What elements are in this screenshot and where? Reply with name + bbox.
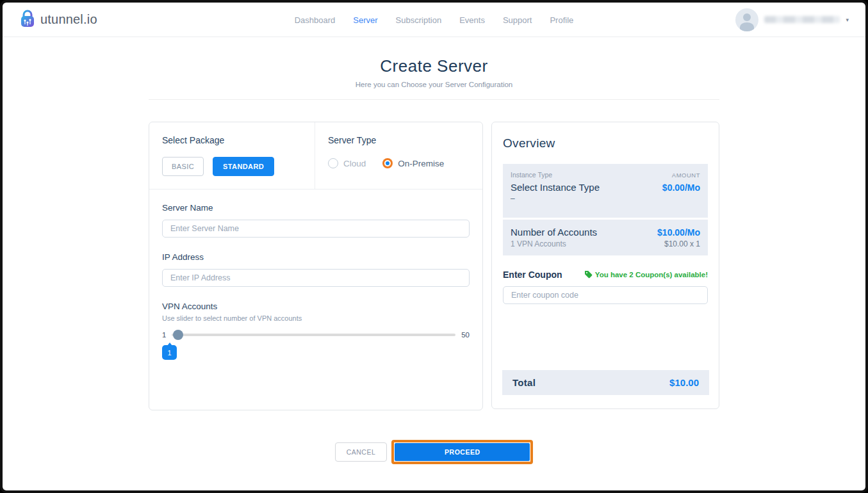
instance-type-label: Instance Type [511, 171, 552, 179]
server-form: Server Name IP Address VPN Accounts Use … [149, 190, 482, 373]
radio-unselected-icon [328, 158, 338, 168]
slider-max-label: 50 [461, 331, 470, 339]
instance-type-detail: – [511, 194, 700, 211]
nav-item-dashboard[interactable]: Dashboard [295, 15, 336, 25]
vpn-accounts-slider: 1 50 [162, 331, 470, 339]
nav-item-support[interactable]: Support [503, 15, 532, 25]
package-standard-button[interactable]: STANDARD [213, 157, 274, 176]
total-label: Total [512, 377, 536, 388]
nav-item-events[interactable]: Events [459, 15, 485, 25]
cloud-radio-label: Cloud [343, 159, 366, 168]
server-type-cloud-radio[interactable]: Cloud [328, 158, 366, 168]
coupon-tag-icon [584, 270, 593, 280]
select-package-section: Select Package BASIC STANDARD [149, 122, 315, 189]
header-divider [149, 99, 719, 100]
total-amount: $10.00 [669, 377, 699, 388]
proceed-highlight-annotation: PROCEED [391, 440, 533, 464]
user-menu[interactable]: ▾ [735, 8, 849, 31]
overview-title: Overview [503, 136, 708, 150]
nav-item-server[interactable]: Server [353, 15, 377, 25]
accounts-calc: $10.00 x 1 [664, 239, 700, 248]
lock-logo-icon [19, 10, 36, 30]
accounts-label: Number of Accounts [511, 227, 597, 238]
instance-type-block: Instance Type AMOUNT Select Instance Typ… [503, 164, 708, 218]
server-type-section: Server Type Cloud On-Premise [315, 122, 457, 189]
total-row: Total $10.00 [502, 370, 709, 395]
proceed-button[interactable]: PROCEED [395, 443, 530, 461]
nav-item-subscription[interactable]: Subscription [396, 15, 442, 25]
page-header: Create Server Here you can Choose your S… [3, 56, 865, 88]
package-basic-button[interactable]: BASIC [162, 157, 204, 176]
server-type-label: Server Type [328, 135, 444, 145]
amount-column-header: AMOUNT [672, 172, 700, 179]
select-package-label: Select Package [162, 135, 302, 145]
nav-item-profile[interactable]: Profile [550, 15, 573, 25]
ip-address-input[interactable] [162, 269, 470, 287]
accounts-detail: 1 VPN Accounts [511, 239, 566, 248]
accounts-amount: $10.00/Mo [657, 227, 700, 238]
enter-coupon-label: Enter Coupon [503, 270, 562, 280]
slider-track[interactable] [172, 334, 455, 336]
coupon-section-header: Enter Coupon You have 2 Coupon(s) availa… [503, 270, 708, 280]
user-name-redacted [764, 16, 840, 23]
overview-card: Overview Instance Type AMOUNT Select Ins… [491, 122, 719, 409]
footer-actions: CANCEL PROCEED [149, 440, 719, 464]
chevron-down-icon: ▾ [846, 17, 849, 23]
page-title: Create Server [3, 56, 865, 76]
coupon-availability-text: You have 2 Coupon(s) available! [595, 271, 708, 279]
on-premise-radio-label: On-Premise [398, 159, 444, 168]
main-nav: Dashboard Server Subscription Events Sup… [295, 3, 574, 37]
server-name-label: Server Name [162, 203, 470, 213]
vpn-accounts-hint: Use slider to select number of VPN accou… [162, 314, 470, 322]
brand-name: utunnel.io [40, 12, 97, 27]
page-subtitle: Here you can Choose your Server Configur… [3, 81, 865, 88]
ip-address-label: IP Address [162, 252, 470, 262]
coupon-availability: You have 2 Coupon(s) available! [584, 270, 708, 280]
brand-logo[interactable]: utunnel.io [19, 10, 97, 30]
instance-type-value: Select Instance Type [511, 182, 600, 193]
coupon-code-input[interactable] [503, 286, 708, 304]
server-type-on-premise-radio[interactable]: On-Premise [382, 158, 444, 168]
top-navbar: utunnel.io Dashboard Server Subscription… [3, 3, 865, 37]
slider-min-label: 1 [162, 331, 166, 339]
slider-handle[interactable] [173, 330, 183, 340]
instance-type-amount: $0.00/Mo [662, 182, 700, 193]
slider-value-tooltip: 1 [162, 345, 177, 360]
server-name-input[interactable] [162, 220, 470, 238]
cancel-button[interactable]: CANCEL [335, 442, 388, 462]
accounts-block: Number of Accounts $10.00/Mo 1 VPN Accou… [503, 220, 708, 255]
server-config-card: Select Package BASIC STANDARD Server Typ… [149, 122, 483, 410]
vpn-accounts-label: VPN Accounts [162, 302, 470, 311]
app-window: utunnel.io Dashboard Server Subscription… [0, 0, 868, 493]
user-avatar [735, 8, 758, 31]
radio-selected-icon [382, 158, 393, 168]
